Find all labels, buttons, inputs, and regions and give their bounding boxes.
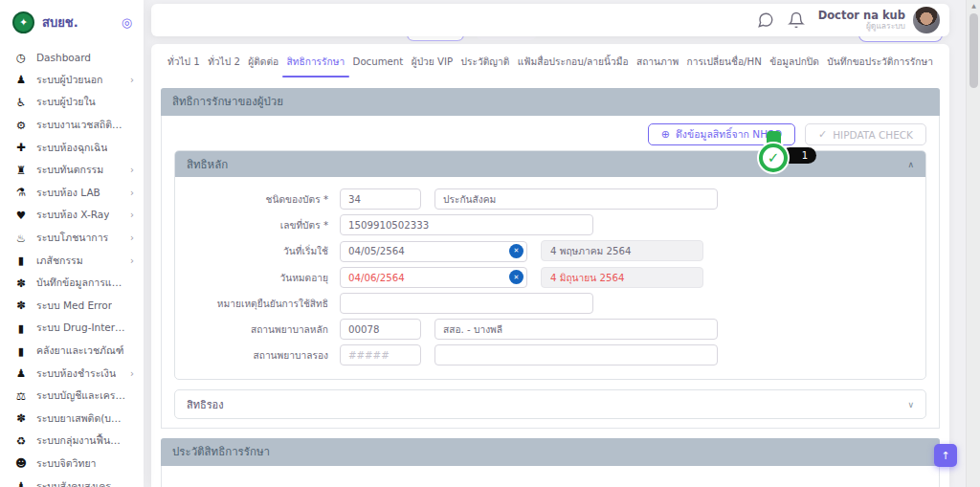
sidebar-item-drug-warehouse[interactable]: ▮คลังยาและเวชภัณฑ์ [0,340,144,363]
sidebar-item-accounting[interactable]: ⚖ระบบบัญชีและเครดิต... [0,385,144,408]
chat-bubble-icon[interactable] [757,11,774,29]
user-menu[interactable]: Doctor na kub ผู้ดูแลระบบ [818,7,940,33]
history-section-body [161,466,940,487]
main-rights-panel: สิทธิหลัก ∧ ชนิดของบัตร * เลขที่บัตร * ว… [174,150,926,380]
emergency-cross-icon: ✚ [14,141,28,154]
sidebar-item-lab[interactable]: ⚗ระบบห้อง LAB› [0,182,144,205]
field-label: สถานพยาบาลรอง [175,347,328,363]
expiry-date-row: วันหมดอายุ ✕ 4 มิถุนายน 2564 [175,267,925,289]
tab-document[interactable]: Document [353,56,404,67]
sidebar-collapse-icon[interactable]: ◎ [122,15,132,30]
sidebar-item-xray[interactable]: ♥ระบบห้อง X-Ray› [0,204,144,227]
expiry-date-thai-readonly: 4 มิถุนายน 2564 [541,267,703,288]
inpatient-bed-icon: ♿ [14,96,28,109]
sidebar-item-outpatient[interactable]: ♟ระบบผู้ป่วยนอก› [0,69,144,92]
user-name: Doctor na kub [818,10,905,22]
treatment-rights-section: สิทธิการรักษาของผู้ป่วย ⊕ ดึงข้อมูลสิทธิ… [161,88,940,429]
main-hospital-code-input[interactable] [340,319,421,340]
scrollbar-up-arrow-icon[interactable]: ▲ [967,2,980,9]
sidebar-item-nutrition[interactable]: ♨ระบบโภชนาการ› [0,227,144,250]
chevron-up-icon: ∧ [907,160,914,169]
start-date-thai-readonly: 4 พฤษภาคม 2564 [541,240,703,261]
tab-treatment-history-request[interactable]: บันทึกขอประวัติการรักษา [827,54,933,69]
card-type-name-input[interactable] [434,188,718,210]
chevron-right-icon: › [130,368,134,379]
hipdata-check-button[interactable]: ✓ HIPDATA CHECK [805,123,926,145]
confirm-note-row: หมายเหตุยืนยันการใช้สิทธิ [175,293,925,314]
sidebar-item-drug-interaction[interactable]: ▮ระบบ Drug-Interac... [0,317,144,340]
top-navbar: Doctor na kub ผู้ดูแลระบบ [151,4,949,36]
card-type-row: ชนิดของบัตร * [175,188,925,210]
sidebar-item-social-work[interactable]: ♟ระบบสังคมสงเคราะห์ [0,475,144,487]
tab-status[interactable]: สถานภาพ [636,54,679,69]
social-work-people-icon: ♟ [14,479,28,487]
tab-contacts[interactable]: ผู้ติดต่อ [248,54,278,69]
brand: ✦ สบยช. ◎ [0,0,144,42]
sidebar-item-emergency[interactable]: ✚ระบบห้องฉุกเฉิน [0,136,144,159]
confirm-note-input[interactable] [340,293,593,314]
sidebar-item-pharmacy[interactable]: ▮เภสัชกรรม› [0,249,144,272]
card-type-code-input[interactable] [340,188,421,210]
secondary-rights-panel[interactable]: สิทธิรอง ∨ [174,389,926,419]
sidebar-item-inpatient[interactable]: ♿ระบบผู้ป่วยใน [0,91,144,114]
drug-allergy-hands-icon: ✽ [14,277,28,290]
date-clear-icon[interactable]: ✕ [509,270,523,284]
action-buttons-row: ⊕ ดึงข้อมูลสิทธิ์จาก NHSO ✓ HIPDATA CHEC… [174,123,926,145]
globe-icon: ⊕ [661,128,670,141]
scrollbar-thumb[interactable] [969,13,978,88]
vertical-scrollbar[interactable]: ▲ [966,0,980,487]
app-logo-icon: ✦ [12,11,34,33]
start-date-row: วันที่เริ่มใช้ ✕ 4 พฤษภาคม 2564 [175,240,925,262]
start-date-input[interactable] [340,241,527,262]
main-hospital-name-input[interactable] [434,319,718,340]
chevron-right-icon: › [130,210,134,220]
sidebar-item-narcotics[interactable]: ✽ระบบยาเสพติด(บสต) [0,408,144,431]
pharmacy-bottle-icon: ▮ [14,254,28,267]
dashboard-clock-icon: ◷ [14,51,28,64]
tab-general-2[interactable]: ทั่วไป 2 [208,54,240,69]
narcotics-hands-icon: ✽ [14,411,28,425]
secondary-hospital-row: สถานพยาบาลรอง [175,344,925,365]
check-circle-icon: ✓ [818,128,827,141]
main-hospital-row: สถานพยาบาลหลัก [175,319,925,340]
field-label: วันหมดอายุ [175,270,328,285]
accounting-scale-icon: ⚖ [14,389,28,403]
expiry-date-input[interactable] [340,267,527,288]
tab-media-fingerprint[interactable]: แฟ้มสื่อประกอบ/ลายนิ้วมือ [518,54,629,69]
chevron-right-icon: › [130,255,134,266]
chevron-right-icon: › [130,75,134,85]
medical-statistics-icon: ⚙ [14,119,28,132]
date-clear-icon[interactable]: ✕ [509,244,523,258]
tab-hidden-data[interactable]: ข้อมูลปกปิด [769,54,819,69]
sidebar-item-med-error[interactable]: ✽ระบบ Med Error [0,295,144,318]
secondary-hospital-code-input[interactable] [340,344,421,365]
sidebar-menu: ◷Dashboard ♟ระบบผู้ป่วยนอก› ♿ระบบผู้ป่วย… [0,42,144,487]
avatar[interactable] [913,7,940,33]
tab-general-1[interactable]: ทั่วไป 1 [167,54,200,69]
sidebar-item-dashboard[interactable]: ◷Dashboard [0,46,144,69]
nhso-fetch-button[interactable]: ⊕ ดึงข้อมูลสิทธิ์จาก NHSO [648,123,795,145]
card-number-input[interactable] [340,214,593,235]
main-rights-panel-header[interactable]: สิทธิหลัก ∧ [175,151,925,177]
tab-vip-patient[interactable]: ผู้ป่วย VIP [412,54,453,69]
chevron-right-icon: › [130,165,134,175]
sidebar-item-cashier[interactable]: ♟ระบบห้องชำระเงิน› [0,362,144,385]
dental-tooth-icon: ♜ [14,164,28,177]
sidebar-item-rehabilitation[interactable]: ♻ระบบกลุ่มงานฟื้นฟูสม... [0,430,144,453]
tab-treatment-rights[interactable]: สิทธิการรักษา [287,54,345,69]
tab-name-hn-change[interactable]: การเปลี่ยนชื่อ/HN [687,54,762,69]
field-label: เลขที่บัตร * [175,217,328,232]
med-error-hands-icon: ✽ [14,299,28,312]
notifications-bell-icon[interactable] [788,11,805,29]
sidebar-item-dental[interactable]: ♜ระบบทันตกรรม› [0,159,144,182]
secondary-hospital-name-input[interactable] [434,344,718,365]
outpatient-person-icon: ♟ [14,73,28,86]
sidebar-item-medical-statistics[interactable]: ⚙ระบบงานเวชสถิติและ... [0,114,144,137]
card-number-row: เลขที่บัตร * [175,214,925,235]
content-card: ทั่วไป 1 ทั่วไป 2 ผู้ติดต่อ สิทธิการรักษ… [151,44,949,487]
field-label: หมายเหตุยืนยันการใช้สิทธิ [175,296,328,311]
sidebar-item-drug-allergy[interactable]: ✽บันทึกข้อมูลการแพ้ยา... [0,272,144,295]
sidebar-item-psychology[interactable]: ☻ระบบจิตวิทยา [0,453,144,476]
tab-relative-history[interactable]: ประวัติญาติ [461,54,510,69]
scroll-to-top-button[interactable]: ↑ [934,444,957,467]
